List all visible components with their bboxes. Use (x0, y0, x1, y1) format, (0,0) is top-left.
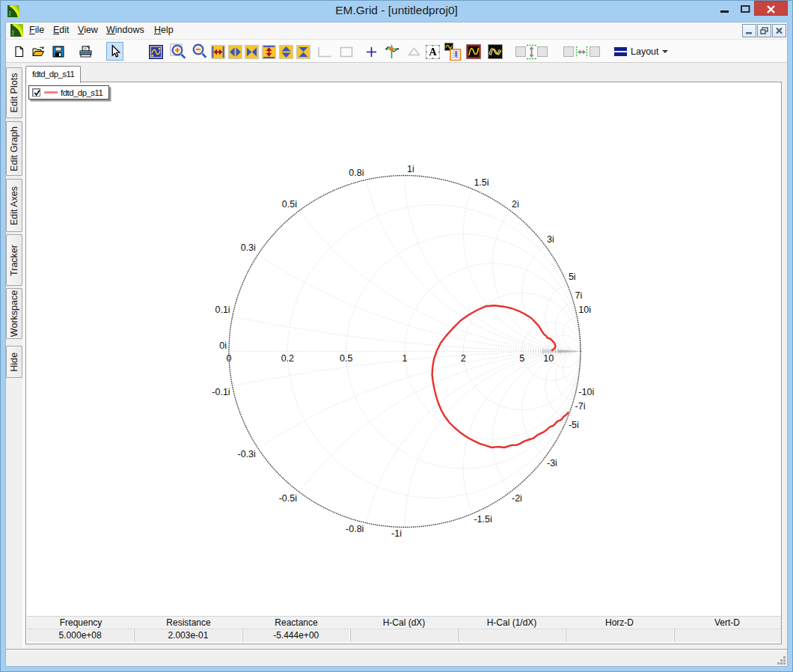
svg-text:1: 1 (402, 353, 408, 364)
shrink-x-icon[interactable] (245, 40, 259, 64)
svg-text:A: A (429, 46, 437, 58)
mdi-area: Edit PlotsEdit GraphEdit AxesTrackerWork… (6, 64, 786, 648)
tracker-table-header: FrequencyResistanceReactanceH-Cal (dX)H-… (27, 616, 781, 629)
legend-box[interactable]: fdtd_dp_s11 (28, 85, 109, 100)
smith-chart[interactable]: 0.1i-0.1i0.3i-0.3i0.5i-0.5i0.8i-0.8i1i-1… (26, 82, 781, 626)
mdi-restore-button[interactable] (757, 24, 771, 37)
svg-text:-0.1i: -0.1i (212, 387, 230, 397)
svg-text:7i: 7i (575, 290, 583, 301)
sidebar-tab-edit-graph[interactable]: Edit Graph (6, 121, 22, 176)
scale-y-full-icon[interactable] (262, 40, 276, 64)
svg-text:0i: 0i (219, 340, 227, 351)
menu-view[interactable]: View (78, 22, 98, 38)
svg-text:-7i: -7i (575, 401, 586, 412)
print-icon[interactable] (79, 40, 92, 64)
svg-text:0.2: 0.2 (281, 353, 294, 364)
select-cursor-icon[interactable] (106, 42, 123, 61)
tracker-col-value (674, 629, 781, 642)
status-bar (6, 649, 787, 666)
text-label-icon[interactable]: A (426, 40, 440, 64)
svg-text:2: 2 (461, 353, 466, 364)
maximize-button[interactable] (736, 1, 756, 16)
plot-properties-icon[interactable] (444, 40, 462, 64)
layout-dropdown[interactable]: Layout (614, 40, 668, 64)
mdi-close-button[interactable] (772, 24, 786, 37)
menu-windows[interactable]: Windows (106, 22, 144, 38)
tab-strip: fdtd_dp_s11 (25, 64, 783, 82)
svg-text:0.5i: 0.5i (282, 199, 297, 210)
tracker-icon[interactable] (385, 40, 402, 64)
zoom-out-icon[interactable] (192, 40, 208, 64)
mdi-minimize-button[interactable] (742, 24, 756, 37)
sidebar-tab-workspace[interactable]: Workspace (6, 288, 22, 339)
tracker-table: FrequencyResistanceReactanceH-Cal (dX)H-… (27, 616, 781, 642)
tracker-col-header: Horz-D (566, 617, 673, 629)
open-file-icon[interactable] (32, 40, 46, 64)
resize-grip[interactable] (777, 656, 786, 665)
svg-text:2i: 2i (512, 199, 519, 210)
tracker-col-value: 5.000e+08 (27, 629, 134, 642)
shrink-y-icon[interactable] (296, 40, 310, 64)
save-file-icon[interactable] (52, 40, 64, 64)
tracker-col-header: H-Cal (dX) (350, 617, 458, 629)
svg-text:0.5: 0.5 (340, 353, 352, 364)
menu-file[interactable]: File (29, 22, 44, 38)
caret-down-icon (662, 50, 668, 53)
plot-panel: 0.1i-0.1i0.3i-0.3i0.5i-0.5i0.8i-0.8i1i-1… (25, 82, 782, 644)
svg-text:3i: 3i (547, 234, 554, 245)
tracker-col-value: 2.003e-01 (134, 629, 242, 642)
close-button[interactable] (754, 1, 788, 16)
svg-text:0.1i: 0.1i (215, 305, 230, 315)
app-window: EM.Grid - [untitledproj0] FileEditViewWi… (0, 0, 793, 672)
window-title: EM.Grid - [untitledproj0] (0, 0, 793, 21)
client-area: FileEditViewWindowsHelp ALayout Edit Plo… (6, 22, 787, 666)
sidebar-tab-hide[interactable]: Hide (6, 346, 22, 378)
svg-text:10i: 10i (578, 305, 591, 315)
sidebar-tab-label: Edit Graph (9, 126, 19, 171)
edit-plot-icon[interactable] (466, 40, 481, 64)
scale-x-full-icon[interactable] (211, 40, 225, 64)
tracker-col-header: H-Cal (1/dX) (458, 617, 566, 629)
expand-y-icon[interactable] (279, 40, 293, 64)
svg-text:-0.3i: -0.3i (237, 449, 255, 459)
sidebar-tab-edit-axes[interactable]: Edit Axes (6, 179, 22, 232)
corner-disabled-icon (317, 40, 333, 64)
menu-bar: FileEditViewWindowsHelp (6, 22, 787, 39)
sidebar-tab-label: Edit Plots (9, 73, 19, 113)
legend-line-sample (44, 91, 58, 94)
sidebar-tab-edit-plots[interactable]: Edit Plots (6, 67, 22, 118)
expand-x-icon[interactable] (228, 40, 242, 64)
svg-text:5i: 5i (569, 272, 576, 282)
minimize-button[interactable] (713, 1, 736, 16)
title-bar[interactable]: EM.Grid - [untitledproj0] (0, 0, 793, 22)
align-vertical-group-icon[interactable] (515, 40, 548, 64)
fit-plot-icon[interactable] (149, 40, 163, 64)
tracker-col-header: Frequency (27, 617, 135, 629)
sidebar-tab-label: Hide (9, 352, 19, 372)
overlay-plots-icon[interactable] (488, 40, 503, 64)
menu-edit[interactable]: Edit (53, 22, 70, 38)
tracker-col-value (566, 629, 673, 642)
svg-text:-10i: -10i (578, 387, 594, 397)
tracker-col-value (458, 629, 566, 642)
sidebar-tab-label: Edit Axes (9, 186, 19, 224)
menu-items: FileEditViewWindowsHelp (6, 22, 787, 39)
svg-text:5: 5 (519, 353, 524, 364)
tab-fdtd-dp-s11[interactable]: fdtd_dp_s11 (25, 66, 81, 83)
add-marker-icon[interactable] (364, 40, 379, 64)
svg-text:-2i: -2i (512, 493, 522, 504)
svg-text:1.5i: 1.5i (474, 177, 489, 188)
legend-checkbox[interactable] (32, 88, 40, 97)
svg-text:-5i: -5i (569, 420, 579, 430)
sidebar-tab-tracker[interactable]: Tracker (6, 234, 22, 286)
svg-text:-1.5i: -1.5i (474, 514, 492, 525)
svg-text:0.3i: 0.3i (241, 242, 256, 253)
new-file-icon[interactable] (13, 40, 25, 64)
graph-window: fdtd_dp_s11 0.1i-0.1i0.3i-0.3i0.5i-0.5i0… (25, 64, 783, 645)
menu-help[interactable]: Help (154, 22, 174, 38)
svg-text:-0.5i: -0.5i (279, 493, 297, 504)
svg-text:10: 10 (543, 353, 554, 364)
svg-text:0.8i: 0.8i (349, 168, 364, 178)
zoom-in-icon[interactable] (170, 40, 188, 64)
align-horizontal-group-icon[interactable] (563, 40, 600, 64)
